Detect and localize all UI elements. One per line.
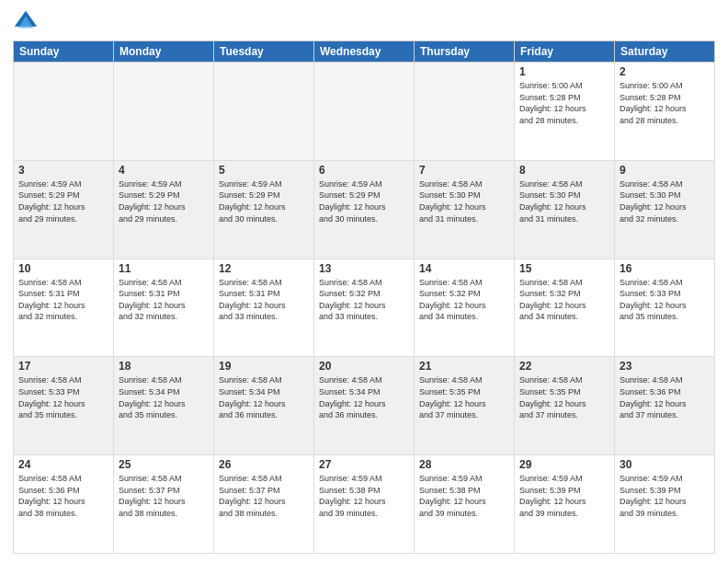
- calendar-cell: [415, 63, 515, 161]
- day-number: 13: [319, 262, 409, 275]
- cell-info: Sunrise: 4:58 AM Sunset: 5:35 PM Dayligh…: [519, 374, 609, 420]
- cell-info: Sunrise: 4:58 AM Sunset: 5:35 PM Dayligh…: [419, 374, 509, 420]
- calendar-cell: 22Sunrise: 4:58 AM Sunset: 5:35 PM Dayli…: [515, 357, 615, 455]
- calendar-cell: 4Sunrise: 4:59 AM Sunset: 5:29 PM Daylig…: [114, 160, 214, 259]
- calendar-cell: 25Sunrise: 4:58 AM Sunset: 5:37 PM Dayli…: [114, 455, 214, 554]
- calendar-cell: [314, 63, 415, 161]
- week-row-4: 17Sunrise: 4:58 AM Sunset: 5:33 PM Dayli…: [14, 357, 715, 455]
- calendar-cell: 9Sunrise: 4:58 AM Sunset: 5:30 PM Daylig…: [615, 160, 715, 259]
- cell-info: Sunrise: 4:58 AM Sunset: 5:31 PM Dayligh…: [119, 277, 209, 323]
- calendar-cell: 19Sunrise: 4:58 AM Sunset: 5:34 PM Dayli…: [214, 357, 314, 455]
- day-number: 12: [219, 262, 309, 275]
- calendar-cell: 11Sunrise: 4:58 AM Sunset: 5:31 PM Dayli…: [114, 259, 214, 357]
- week-row-1: 1Sunrise: 5:00 AM Sunset: 5:28 PM Daylig…: [14, 63, 715, 161]
- calendar-cell: 1Sunrise: 5:00 AM Sunset: 5:28 PM Daylig…: [515, 63, 615, 161]
- day-header-tuesday: Tuesday: [214, 41, 314, 63]
- calendar-cell: 7Sunrise: 4:58 AM Sunset: 5:30 PM Daylig…: [415, 160, 515, 259]
- cell-info: Sunrise: 4:58 AM Sunset: 5:30 PM Dayligh…: [620, 178, 710, 224]
- calendar-cell: 23Sunrise: 4:58 AM Sunset: 5:36 PM Dayli…: [615, 357, 715, 455]
- calendar-cell: 29Sunrise: 4:59 AM Sunset: 5:39 PM Dayli…: [515, 455, 615, 554]
- cell-info: Sunrise: 4:59 AM Sunset: 5:39 PM Dayligh…: [620, 473, 710, 519]
- week-row-5: 24Sunrise: 4:58 AM Sunset: 5:36 PM Dayli…: [14, 455, 715, 554]
- day-number: 16: [620, 262, 710, 275]
- day-number: 25: [119, 458, 209, 471]
- day-number: 15: [519, 262, 609, 275]
- day-number: 8: [519, 164, 609, 177]
- day-number: 22: [519, 360, 609, 373]
- day-number: 14: [419, 262, 509, 275]
- day-number: 10: [18, 262, 108, 275]
- day-header-saturday: Saturday: [615, 41, 715, 63]
- calendar-cell: 10Sunrise: 4:58 AM Sunset: 5:31 PM Dayli…: [14, 259, 114, 357]
- calendar-cell: 20Sunrise: 4:58 AM Sunset: 5:34 PM Dayli…: [314, 357, 415, 455]
- cell-info: Sunrise: 4:58 AM Sunset: 5:37 PM Dayligh…: [219, 473, 309, 519]
- cell-info: Sunrise: 4:58 AM Sunset: 5:36 PM Dayligh…: [620, 374, 710, 420]
- cell-info: Sunrise: 4:58 AM Sunset: 5:31 PM Dayligh…: [18, 277, 108, 323]
- calendar: SundayMondayTuesdayWednesdayThursdayFrid…: [13, 40, 715, 554]
- calendar-cell: 30Sunrise: 4:59 AM Sunset: 5:39 PM Dayli…: [615, 455, 715, 554]
- day-number: 27: [319, 458, 409, 471]
- cell-info: Sunrise: 4:59 AM Sunset: 5:39 PM Dayligh…: [519, 473, 609, 519]
- cell-info: Sunrise: 4:58 AM Sunset: 5:33 PM Dayligh…: [620, 277, 710, 323]
- calendar-cell: 17Sunrise: 4:58 AM Sunset: 5:33 PM Dayli…: [14, 357, 114, 455]
- calendar-cell: 14Sunrise: 4:58 AM Sunset: 5:32 PM Dayli…: [415, 259, 515, 357]
- day-number: 2: [620, 65, 710, 78]
- calendar-cell: 16Sunrise: 4:58 AM Sunset: 5:33 PM Dayli…: [615, 259, 715, 357]
- calendar-cell: 27Sunrise: 4:59 AM Sunset: 5:38 PM Dayli…: [314, 455, 415, 554]
- day-number: 6: [319, 164, 409, 177]
- day-number: 20: [319, 360, 409, 373]
- calendar-cell: 3Sunrise: 4:59 AM Sunset: 5:29 PM Daylig…: [14, 160, 114, 259]
- cell-info: Sunrise: 4:58 AM Sunset: 5:37 PM Dayligh…: [119, 473, 209, 519]
- calendar-cell: 5Sunrise: 4:59 AM Sunset: 5:29 PM Daylig…: [214, 160, 314, 259]
- day-number: 21: [419, 360, 509, 373]
- calendar-cell: 15Sunrise: 4:58 AM Sunset: 5:32 PM Dayli…: [515, 259, 615, 357]
- cell-info: Sunrise: 4:58 AM Sunset: 5:33 PM Dayligh…: [18, 374, 108, 420]
- cell-info: Sunrise: 4:58 AM Sunset: 5:32 PM Dayligh…: [519, 277, 609, 323]
- cell-info: Sunrise: 4:59 AM Sunset: 5:29 PM Dayligh…: [319, 178, 409, 224]
- cell-info: Sunrise: 4:59 AM Sunset: 5:38 PM Dayligh…: [419, 473, 509, 519]
- day-number: 5: [219, 164, 309, 177]
- cell-info: Sunrise: 4:58 AM Sunset: 5:34 PM Dayligh…: [219, 374, 309, 420]
- page: SundayMondayTuesdayWednesdayThursdayFrid…: [0, 0, 728, 563]
- cell-info: Sunrise: 4:58 AM Sunset: 5:30 PM Dayligh…: [519, 178, 609, 224]
- day-number: 11: [119, 262, 209, 275]
- calendar-cell: 13Sunrise: 4:58 AM Sunset: 5:32 PM Dayli…: [314, 259, 415, 357]
- cell-info: Sunrise: 4:59 AM Sunset: 5:29 PM Dayligh…: [119, 178, 209, 224]
- week-row-2: 3Sunrise: 4:59 AM Sunset: 5:29 PM Daylig…: [14, 160, 715, 259]
- cell-info: Sunrise: 4:58 AM Sunset: 5:32 PM Dayligh…: [419, 277, 509, 323]
- calendar-cell: 8Sunrise: 4:58 AM Sunset: 5:30 PM Daylig…: [515, 160, 615, 259]
- day-number: 23: [620, 360, 710, 373]
- header-row: SundayMondayTuesdayWednesdayThursdayFrid…: [14, 41, 715, 63]
- day-number: 26: [219, 458, 309, 471]
- day-number: 17: [18, 360, 108, 373]
- calendar-cell: [14, 63, 114, 161]
- day-number: 3: [18, 164, 108, 177]
- cell-info: Sunrise: 4:58 AM Sunset: 5:34 PM Dayligh…: [119, 374, 209, 420]
- cell-info: Sunrise: 4:58 AM Sunset: 5:30 PM Dayligh…: [419, 178, 509, 224]
- day-number: 28: [419, 458, 509, 471]
- logo-icon: [13, 9, 39, 35]
- calendar-table: SundayMondayTuesdayWednesdayThursdayFrid…: [13, 40, 715, 554]
- calendar-cell: 6Sunrise: 4:59 AM Sunset: 5:29 PM Daylig…: [314, 160, 415, 259]
- cell-info: Sunrise: 4:58 AM Sunset: 5:36 PM Dayligh…: [18, 473, 108, 519]
- day-header-sunday: Sunday: [14, 41, 114, 63]
- day-header-wednesday: Wednesday: [314, 41, 415, 63]
- day-number: 24: [18, 458, 108, 471]
- day-number: 29: [519, 458, 609, 471]
- calendar-cell: 2Sunrise: 5:00 AM Sunset: 5:28 PM Daylig…: [615, 63, 715, 161]
- day-number: 7: [419, 164, 509, 177]
- day-number: 30: [620, 458, 710, 471]
- cell-info: Sunrise: 4:59 AM Sunset: 5:29 PM Dayligh…: [18, 178, 108, 224]
- calendar-cell: [214, 63, 314, 161]
- cell-info: Sunrise: 4:59 AM Sunset: 5:29 PM Dayligh…: [219, 178, 309, 224]
- calendar-cell: 18Sunrise: 4:58 AM Sunset: 5:34 PM Dayli…: [114, 357, 214, 455]
- cell-info: Sunrise: 4:58 AM Sunset: 5:32 PM Dayligh…: [319, 277, 409, 323]
- header: [13, 9, 715, 35]
- cell-info: Sunrise: 4:58 AM Sunset: 5:31 PM Dayligh…: [219, 277, 309, 323]
- day-number: 19: [219, 360, 309, 373]
- cell-info: Sunrise: 4:58 AM Sunset: 5:34 PM Dayligh…: [319, 374, 409, 420]
- calendar-cell: [114, 63, 214, 161]
- week-row-3: 10Sunrise: 4:58 AM Sunset: 5:31 PM Dayli…: [14, 259, 715, 357]
- calendar-cell: 26Sunrise: 4:58 AM Sunset: 5:37 PM Dayli…: [214, 455, 314, 554]
- calendar-cell: 24Sunrise: 4:58 AM Sunset: 5:36 PM Dayli…: [14, 455, 114, 554]
